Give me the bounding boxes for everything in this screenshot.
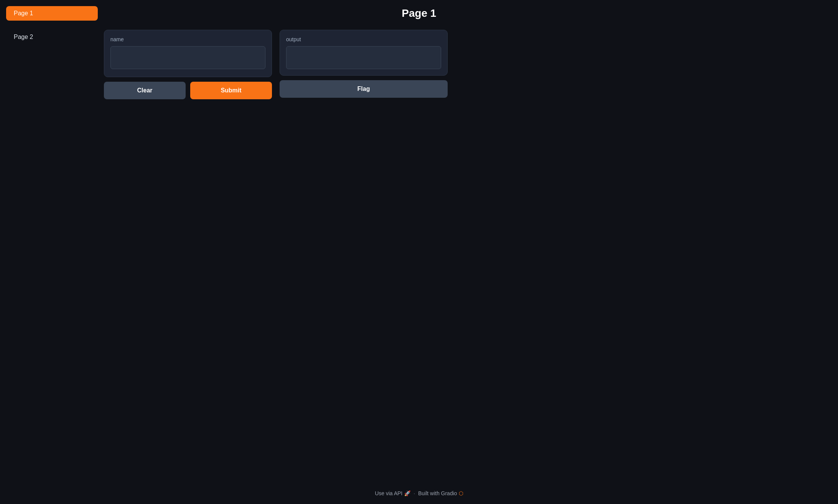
page-title: Page 1 (402, 7, 436, 19)
input-panel: name (104, 30, 272, 77)
output-label: output (286, 36, 441, 42)
nav-item-page2[interactable]: Page 2 (6, 30, 98, 44)
name-input[interactable] (110, 46, 265, 69)
rocket-icon: 🚀 (404, 490, 411, 496)
gradio-icon: ⬡ (459, 490, 463, 496)
flag-button[interactable]: Flag (280, 80, 448, 98)
output-value (286, 46, 441, 69)
built-text: Built with Gradio (418, 490, 457, 496)
submit-button[interactable]: Submit (190, 82, 272, 99)
footer: Use via API 🚀 · Built with Gradio ⬡ (0, 483, 838, 504)
api-text: Use via API (375, 490, 402, 496)
output-panel: output (280, 30, 448, 76)
api-link[interactable]: Use via API 🚀 (375, 490, 410, 496)
input-label: name (110, 36, 265, 42)
nav-item-page1[interactable]: Page 1 (6, 6, 98, 21)
gradio-link[interactable]: Built with Gradio ⬡ (418, 490, 463, 496)
action-buttons: Clear Submit (104, 82, 272, 99)
footer-separator: · (414, 490, 415, 496)
clear-button[interactable]: Clear (104, 82, 186, 99)
